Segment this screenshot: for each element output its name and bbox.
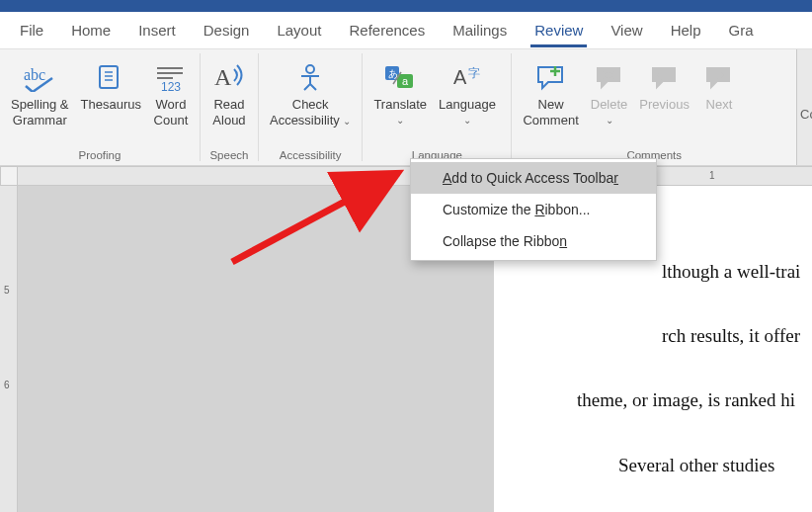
accessibility-icon xyxy=(295,59,325,95)
ruler-mark: 6 xyxy=(4,380,10,390)
tab-design[interactable]: Design xyxy=(190,14,264,46)
btn-label: Count xyxy=(154,113,189,128)
delete-comment-icon xyxy=(595,59,624,95)
tab-help[interactable]: Help xyxy=(657,14,715,46)
btn-label: Spelling & xyxy=(11,97,69,113)
ruler-mark: 1 xyxy=(709,170,715,181)
svg-text:字: 字 xyxy=(468,66,480,80)
ruler-corner xyxy=(0,166,18,186)
btn-label: Comment xyxy=(523,113,578,128)
group-label: Speech xyxy=(203,146,255,165)
btn-label: Grammar xyxy=(13,113,67,128)
btn-label: Co xyxy=(800,51,809,122)
tab-file[interactable]: File xyxy=(6,14,57,46)
btn-label: Thesaurus xyxy=(81,97,141,113)
btn-label: Translate xyxy=(373,97,427,113)
language-button[interactable]: A字 Language ⌄ xyxy=(433,55,502,128)
next-comment-icon xyxy=(704,59,734,95)
btn-label: New xyxy=(538,97,564,113)
new-comment-button[interactable]: New Comment xyxy=(517,55,584,129)
svg-text:a: a xyxy=(402,75,409,87)
spelling-icon: abc xyxy=(21,59,58,95)
horizontal-ruler-row: 1 xyxy=(0,166,812,186)
group-accessibility: Check Accessibility ⌄ Accessibility xyxy=(259,49,362,165)
translate-icon: あa xyxy=(383,59,417,95)
svg-text:A: A xyxy=(453,66,467,88)
tab-grammarly[interactable]: Gra xyxy=(715,14,768,46)
ribbon-tabstrip: File Home Insert Design Layout Reference… xyxy=(0,12,812,49)
tab-mailings[interactable]: Mailings xyxy=(439,14,521,46)
btn-label: Word xyxy=(156,97,187,113)
word-count-button[interactable]: 123 Word Count xyxy=(147,55,195,129)
tab-view[interactable]: View xyxy=(597,14,656,46)
word-count-icon: 123 xyxy=(153,59,189,95)
ruler-mark: 5 xyxy=(4,285,10,296)
chevron-down-icon: ⌄ xyxy=(606,113,613,128)
btn-label: Next xyxy=(706,97,733,113)
thesaurus-button[interactable]: Thesaurus xyxy=(75,55,147,129)
new-comment-icon xyxy=(535,59,567,95)
language-icon: A字 xyxy=(451,59,483,95)
svg-point-10 xyxy=(306,65,314,73)
delete-comment-button: Delete ⌄ xyxy=(585,55,634,128)
doc-line: rch results, it offer xyxy=(577,320,812,353)
svg-rect-1 xyxy=(100,66,118,88)
check-accessibility-button[interactable]: Check Accessibility ⌄ xyxy=(264,55,357,129)
group-speech: A Read Aloud Speech xyxy=(201,49,258,165)
menu-add-to-qat[interactable]: Add to Quick Access Toolbar xyxy=(411,162,656,194)
read-aloud-icon: A xyxy=(212,59,246,95)
next-comment-button: Next xyxy=(695,55,743,129)
chevron-down-icon: ⌄ xyxy=(396,113,404,128)
menu-collapse-ribbon[interactable]: Collapse the Ribbon xyxy=(411,225,656,257)
ribbon: abc Spelling & Grammar Thesaurus 123 Wor… xyxy=(0,49,812,166)
group-language: あa Translate ⌄ A字 Language ⌄ Language xyxy=(363,49,511,165)
group-overflow[interactable]: Co xyxy=(796,49,812,165)
svg-text:abc: abc xyxy=(24,66,45,83)
document-area: 5 6 lthough a well-trai rch results, it … xyxy=(0,186,812,512)
svg-text:あ: あ xyxy=(388,68,398,79)
btn-label: Accessibility xyxy=(270,113,340,128)
group-label: Accessibility xyxy=(262,146,359,165)
tab-review[interactable]: Review xyxy=(521,14,597,46)
previous-comment-button: Previous xyxy=(633,55,695,129)
group-label: Proofing xyxy=(3,146,197,165)
vertical-ruler[interactable]: 5 6 xyxy=(0,186,18,512)
titlebar xyxy=(0,0,812,12)
group-comments: New Comment Delete ⌄ Previous xyxy=(512,49,796,165)
btn-label: Aloud xyxy=(212,113,245,128)
tab-layout[interactable]: Layout xyxy=(263,14,335,46)
doc-line: Several other studies xyxy=(577,450,812,482)
spelling-grammar-button[interactable]: abc Spelling & Grammar xyxy=(5,55,75,129)
btn-label: Language xyxy=(439,97,496,113)
group-proofing: abc Spelling & Grammar Thesaurus 123 Wor… xyxy=(0,49,200,165)
tab-insert[interactable]: Insert xyxy=(124,14,190,46)
read-aloud-button[interactable]: A Read Aloud xyxy=(205,55,253,129)
menu-customize-ribbon[interactable]: Customize the Ribbon... xyxy=(411,194,656,225)
previous-comment-icon xyxy=(650,59,680,95)
chevron-down-icon: ⌄ xyxy=(463,113,471,128)
chevron-down-icon: ⌄ xyxy=(343,114,351,127)
translate-button[interactable]: あa Translate ⌄ xyxy=(367,55,433,128)
tab-references[interactable]: References xyxy=(335,14,439,46)
btn-label: Read xyxy=(213,97,244,113)
svg-text:A: A xyxy=(214,64,232,90)
svg-text:123: 123 xyxy=(161,80,181,92)
thesaurus-icon xyxy=(96,59,125,95)
tab-home[interactable]: Home xyxy=(57,14,124,46)
btn-label: Previous xyxy=(639,97,690,113)
btn-label: Delete xyxy=(591,97,628,113)
btn-label: Check xyxy=(292,97,329,113)
ribbon-context-menu: Add to Quick Access Toolbar Customize th… xyxy=(410,158,657,261)
doc-line: theme, or image, is ranked hi xyxy=(577,384,812,417)
